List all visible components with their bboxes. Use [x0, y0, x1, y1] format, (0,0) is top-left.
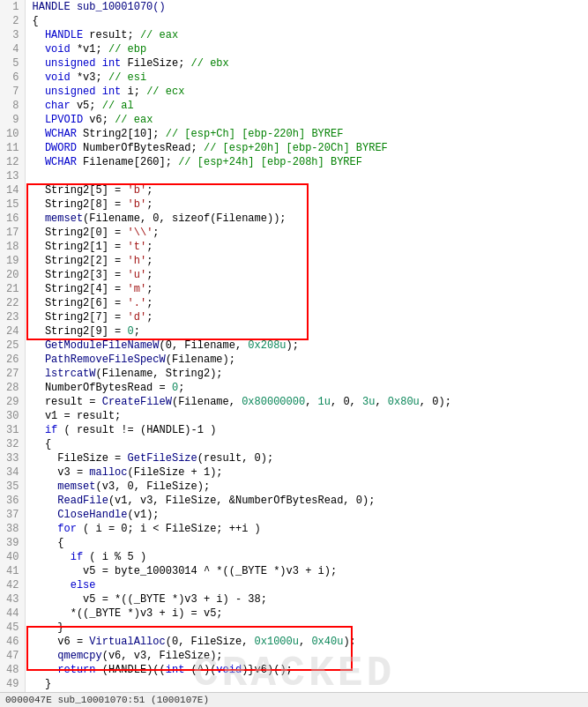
line-number: 19 [0, 254, 25, 268]
table-row: 5 unsigned int FileSize; // ebx [0, 56, 588, 71]
table-row: 19 String2[2] = 'h'; [0, 254, 588, 268]
line-number: 48 [0, 663, 25, 677]
table-row: 20 String2[3] = 'u'; [0, 268, 588, 282]
line-code: v5 = byte_10003014 ^ *((_BYTE *)v3 + i); [25, 564, 588, 578]
table-row: 40 if ( i % 5 ) [0, 550, 588, 564]
table-row: 18 String2[1] = 't'; [0, 240, 588, 254]
line-code: HANDLE result; // eax [25, 28, 588, 42]
line-number: 27 [0, 367, 25, 381]
line-number: 14 [0, 183, 25, 197]
table-row: 2{ [0, 14, 588, 28]
line-number: 2 [0, 14, 25, 28]
line-code: unsigned int i; // ecx [25, 85, 588, 99]
table-row: 24 String2[9] = 0; [0, 324, 588, 339]
line-number: 5 [0, 56, 25, 71]
table-row: 43 v5 = *((_BYTE *)v3 + i) - 38; [0, 592, 588, 607]
line-number: 36 [0, 494, 25, 508]
table-row: 48 return (HANDLE)((int (^)(void)}v6)(); [0, 663, 588, 677]
line-number: 8 [0, 99, 25, 113]
line-number: 3 [0, 28, 25, 42]
line-code: v6 = VirtualAlloc(0, FileSize, 0x1000u, … [25, 635, 588, 649]
line-code: { [25, 437, 588, 451]
line-code: String2[5] = 'b'; [25, 183, 588, 197]
table-row: 3 HANDLE result; // eax [0, 28, 588, 42]
table-row: 26 PathRemoveFileSpecW(Filename); [0, 353, 588, 367]
line-number: 18 [0, 240, 25, 254]
line-number: 35 [0, 480, 25, 494]
table-row: 14 String2[5] = 'b'; [0, 183, 588, 197]
table-row: 11 DWORD NumberOfBytesRead; // [esp+20h]… [0, 141, 588, 155]
line-code: memset(Filename, 0, sizeof(Filename)); [25, 212, 588, 226]
table-row: 44 *((_BYTE *)v3 + i) = v5; [0, 607, 588, 621]
table-row: 16 memset(Filename, 0, sizeof(Filename))… [0, 212, 588, 226]
line-number: 20 [0, 268, 25, 282]
line-code: *((_BYTE *)v3 + i) = v5; [25, 607, 588, 621]
table-row: 21 String2[4] = 'm'; [0, 282, 588, 296]
line-code: memset(v3, 0, FileSize); [25, 480, 588, 494]
line-code: unsigned int FileSize; // ebx [25, 56, 588, 71]
line-number: 34 [0, 465, 25, 480]
line-code: String2[0] = '\\'; [25, 226, 588, 240]
table-row: 34 v3 = malloc(FileSize + 1); [0, 465, 588, 480]
line-code: void *v1; // ebp [25, 42, 588, 56]
table-row: 31 if ( result != (HANDLE)-1 ) [0, 423, 588, 437]
table-row: 42 else [0, 578, 588, 592]
line-number: 47 [0, 649, 25, 663]
table-row: 35 memset(v3, 0, FileSize); [0, 480, 588, 494]
line-code: if ( i % 5 ) [25, 550, 588, 564]
line-number: 15 [0, 197, 25, 212]
table-row: 46 v6 = VirtualAlloc(0, FileSize, 0x1000… [0, 635, 588, 649]
line-code: char v5; // al [25, 99, 588, 113]
table-row: 30 v1 = result; [0, 409, 588, 423]
line-number: 4 [0, 42, 25, 56]
line-number: 9 [0, 113, 25, 127]
line-code: } [25, 677, 588, 691]
table-row: 45 } [0, 621, 588, 635]
line-code: DWORD NumberOfBytesRead; // [esp+20h] [e… [25, 141, 588, 155]
line-number: 21 [0, 282, 25, 296]
line-number: 40 [0, 550, 25, 564]
line-code: String2[1] = 't'; [25, 240, 588, 254]
line-code: String2[4] = 'm'; [25, 282, 588, 296]
table-row: 23 String2[7] = 'd'; [0, 310, 588, 324]
line-code: ReadFile(v1, v3, FileSize, &NumberOfByte… [25, 494, 588, 508]
table-row: 28 NumberOfBytesRead = 0; [0, 381, 588, 395]
line-number: 23 [0, 310, 25, 324]
table-row: 25 GetModuleFileNameW(0, Filename, 0x208… [0, 339, 588, 353]
line-number: 24 [0, 324, 25, 339]
line-number: 17 [0, 226, 25, 240]
table-row: 7 unsigned int i; // ecx [0, 85, 588, 99]
line-code: if ( result != (HANDLE)-1 ) [25, 423, 588, 437]
line-code: String2[3] = 'u'; [25, 268, 588, 282]
table-row: 27 lstrcatW(Filename, String2); [0, 367, 588, 381]
table-row: 39 { [0, 536, 588, 550]
line-number: 26 [0, 353, 25, 367]
line-code: String2[2] = 'h'; [25, 254, 588, 268]
line-code: v5 = *((_BYTE *)v3 + i) - 38; [25, 592, 588, 607]
table-row: 13 [0, 169, 588, 183]
status-bar: 0000047E sub_10001070:51 (1000107E) [0, 692, 588, 707]
table-row: 10 WCHAR String2[10]; // [esp+Ch] [ebp-2… [0, 127, 588, 141]
line-number: 13 [0, 169, 25, 183]
table-row: 36 ReadFile(v1, v3, FileSize, &NumberOfB… [0, 494, 588, 508]
line-code [25, 169, 588, 183]
table-row: 4 void *v1; // ebp [0, 42, 588, 56]
table-row: 8 char v5; // al [0, 99, 588, 113]
line-number: 39 [0, 536, 25, 550]
line-code: CloseHandle(v1); [25, 508, 588, 522]
line-code: { [25, 14, 588, 28]
line-number: 30 [0, 409, 25, 423]
table-row: 47 qmemcpy(v6, v3, FileSize); [0, 649, 588, 663]
line-number: 16 [0, 212, 25, 226]
table-row: 22 String2[6] = '.'; [0, 296, 588, 310]
line-code: for ( i = 0; i < FileSize; ++i ) [25, 522, 588, 536]
line-number: 10 [0, 127, 25, 141]
table-row: 17 String2[0] = '\\'; [0, 226, 588, 240]
line-number: 7 [0, 85, 25, 99]
line-number: 42 [0, 578, 25, 592]
line-code: String2[9] = 0; [25, 324, 588, 339]
table-row: 41 v5 = byte_10003014 ^ *((_BYTE *)v3 + … [0, 564, 588, 578]
line-number: 33 [0, 451, 25, 465]
table-row: 12 WCHAR Filename[260]; // [esp+24h] [eb… [0, 155, 588, 169]
code-table: 1HANDLE sub_10001070()2{3 HANDLE result;… [0, 0, 588, 707]
